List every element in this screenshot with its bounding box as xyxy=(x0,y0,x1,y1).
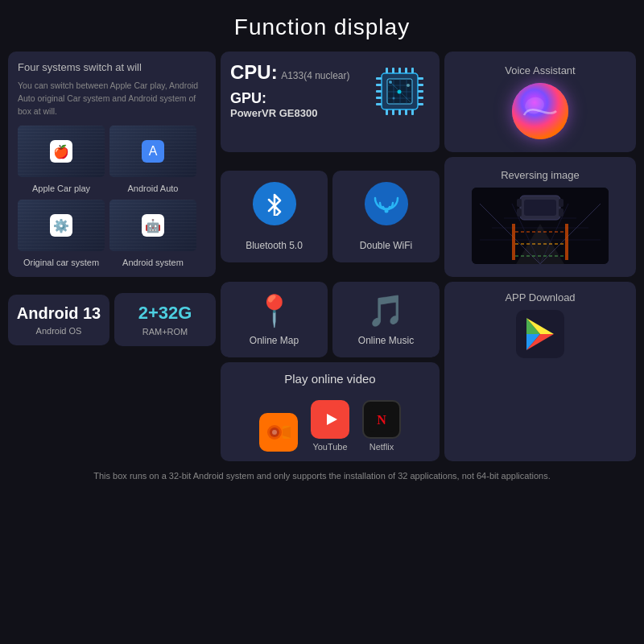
bluetooth-icon xyxy=(253,182,296,225)
music-card: 🎵 Online Music xyxy=(332,282,440,357)
page-wrapper: Function display Four systems switch at … xyxy=(0,0,644,644)
map-pin-icon: 📍 xyxy=(255,293,293,328)
svg-rect-8 xyxy=(376,77,382,80)
chip-visual xyxy=(365,61,430,118)
auto-screenshot: A xyxy=(109,126,196,177)
cpu-text-area: CPU: A133(4 nuclear) GPU: PowerVR GE8300 xyxy=(230,61,365,119)
svg-rect-23 xyxy=(386,109,388,115)
svg-rect-15 xyxy=(418,90,423,93)
voice-card: Voice Assistant xyxy=(444,52,636,152)
youtube-icon xyxy=(311,400,349,439)
netflix-icon: N xyxy=(362,400,401,439)
netflix-svg: N xyxy=(369,407,394,432)
svg-rect-49 xyxy=(517,208,522,217)
camera-visual xyxy=(472,188,609,264)
youtube-label: YouTube xyxy=(312,442,347,452)
orig-car-icon: ⚙️ xyxy=(50,214,72,237)
svg-rect-24 xyxy=(392,109,394,115)
svg-rect-11 xyxy=(376,97,382,99)
svg-point-29 xyxy=(398,90,402,94)
svg-rect-21 xyxy=(405,68,407,73)
carplay-icon: 🍎 xyxy=(50,140,72,163)
music-icon: 🎵 xyxy=(367,293,405,328)
android-cell: Android 13 Android OS 2+32G RAM+ROM xyxy=(8,282,216,357)
bluetooth-label: Bluetooth 5.0 xyxy=(246,240,303,251)
svg-point-30 xyxy=(407,84,410,87)
bt-wifi-cell: Bluetooth 5.0 Double WiFi xyxy=(221,157,440,278)
svg-rect-20 xyxy=(398,68,401,73)
android-screenshot: 🤖 xyxy=(109,200,196,251)
systems-bottom-row: ⚙️ Original car system 🤖 Android system xyxy=(18,200,206,267)
svg-rect-25 xyxy=(398,109,401,115)
four-systems-card: Four systems switch at will You can swit… xyxy=(8,52,216,277)
svg-rect-13 xyxy=(418,77,423,80)
svg-rect-9 xyxy=(376,84,382,86)
android13-card: Android 13 Android OS xyxy=(8,295,109,345)
play-store-svg xyxy=(520,314,560,354)
video-title: Play online video xyxy=(284,372,375,386)
android-version: Android 13 xyxy=(17,304,101,323)
cpu-model: A133(4 nuclear) xyxy=(281,70,349,81)
svg-rect-17 xyxy=(418,103,423,105)
system-item-auto: A Android Auto xyxy=(109,126,196,193)
wifi-svg xyxy=(372,192,401,216)
systems-top-row: 🍎 Apple Car play A Android Auto xyxy=(18,126,206,193)
carplay-screenshot: 🍎 xyxy=(18,126,105,177)
svg-rect-18 xyxy=(386,68,388,73)
svg-rect-16 xyxy=(418,97,423,99)
cpu-label-row: CPU: A133(4 nuclear) xyxy=(230,61,365,84)
android-auto-label: Android Auto xyxy=(128,184,179,193)
main-grid: Four systems switch at will You can swit… xyxy=(8,52,636,461)
svg-rect-19 xyxy=(392,68,394,73)
youtube-app: YouTube xyxy=(311,400,349,452)
svg-rect-47 xyxy=(517,199,522,207)
page-title: Function display xyxy=(234,0,410,52)
svg-rect-12 xyxy=(376,103,382,105)
gpu-model: PowerVR GE8300 xyxy=(230,107,365,119)
svg-rect-26 xyxy=(405,109,407,115)
cpu-label: CPU: xyxy=(230,61,278,83)
reversing-svg xyxy=(472,188,609,264)
cpu-card: CPU: A133(4 nuclear) GPU: PowerVR GE8300 xyxy=(221,52,440,152)
ram-card: 2+32G RAM+ROM xyxy=(114,293,216,346)
wifi-card: Double WiFi xyxy=(332,171,440,262)
svg-point-59 xyxy=(272,430,277,435)
svg-text:N: N xyxy=(377,413,386,427)
android-os-label: Android OS xyxy=(36,326,82,336)
footer-text: This box runs on a 32-bit Android system… xyxy=(80,464,563,487)
svg-rect-22 xyxy=(411,68,414,73)
gpu-label: GPU: xyxy=(230,90,365,107)
four-systems-desc: You can switch between Apple Car play, A… xyxy=(18,80,206,118)
map-label: Online Map xyxy=(250,335,299,346)
youtube-svg xyxy=(317,407,343,432)
svg-rect-10 xyxy=(376,90,382,93)
system-item-carplay: 🍎 Apple Car play xyxy=(18,126,105,193)
video-apps-row: YouTube N Netflix xyxy=(259,400,401,452)
svg-rect-27 xyxy=(411,109,414,115)
app-download-card: APP Download xyxy=(444,282,636,461)
wifi-label: Double WiFi xyxy=(360,240,412,251)
play-store-icon xyxy=(516,310,564,358)
svg-rect-51 xyxy=(512,224,515,260)
voice-title: Voice Assistant xyxy=(505,64,575,76)
camera-svg xyxy=(266,421,291,444)
reversing-card: Reversing image xyxy=(444,157,636,278)
orig-screenshot: ⚙️ xyxy=(18,200,105,251)
siri-icon xyxy=(512,83,568,139)
wifi-icon xyxy=(365,182,408,225)
svg-point-36 xyxy=(384,209,388,213)
video-left-spacer xyxy=(8,362,216,461)
ram-value: 2+32G xyxy=(138,303,192,324)
android-sys-icon: 🤖 xyxy=(142,214,164,237)
map-music-cell: 📍 Online Map 🎵 Online Music xyxy=(221,282,440,357)
video-card: Play online video xyxy=(221,362,440,461)
bt-svg xyxy=(262,192,287,216)
android-sys-label: Android system xyxy=(122,258,184,267)
chip-svg xyxy=(365,61,434,122)
svg-rect-48 xyxy=(559,199,564,207)
svg-rect-52 xyxy=(565,224,568,260)
svg-rect-46 xyxy=(524,200,556,216)
system-item-android: 🤖 Android system xyxy=(109,200,196,267)
orig-car-label: Original car system xyxy=(23,258,99,267)
svg-rect-50 xyxy=(559,208,564,217)
